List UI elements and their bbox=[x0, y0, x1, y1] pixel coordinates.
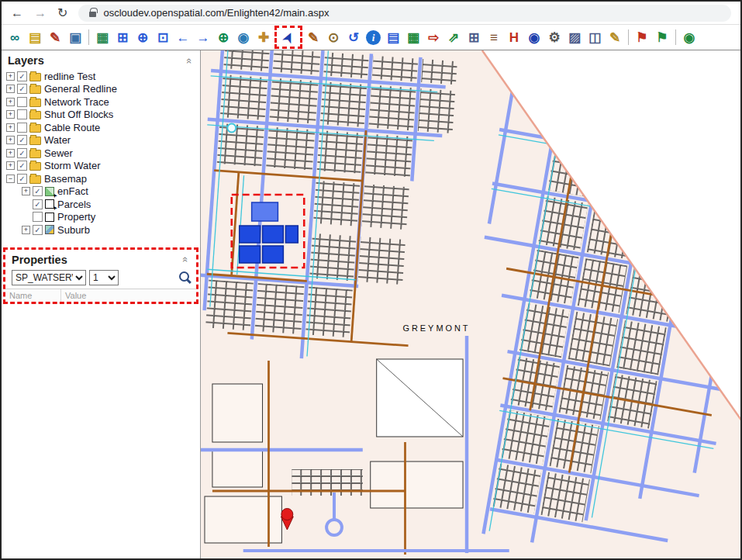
expand-toggle[interactable]: + bbox=[6, 136, 15, 144]
layer-row: +✓enFact bbox=[6, 185, 200, 199]
expand-toggle[interactable]: + bbox=[6, 161, 15, 170]
zoom-box-icon-glyph: ⊡ bbox=[157, 31, 168, 44]
expand-toggle[interactable]: + bbox=[6, 123, 15, 132]
pan-icon[interactable]: ✚ bbox=[254, 28, 273, 47]
properties-highlight-box: Properties « SP_WATSERV 1 Name Value bbox=[3, 247, 198, 304]
expand-toggle[interactable]: + bbox=[6, 98, 15, 106]
report-icon[interactable]: ▤ bbox=[26, 28, 44, 47]
forward-icon[interactable]: → bbox=[34, 7, 47, 19]
zoom-xy-icon[interactable]: ⊞ bbox=[113, 28, 132, 47]
zoom-in-icon[interactable]: ⊕ bbox=[133, 28, 152, 47]
tiles-icon-glyph: ⊞ bbox=[468, 31, 479, 44]
expand-toggle[interactable]: + bbox=[6, 72, 15, 81]
measure-icon[interactable]: ✎ bbox=[304, 28, 323, 47]
expand-toggle[interactable]: + bbox=[22, 226, 30, 234]
expand-toggle[interactable]: + bbox=[6, 85, 15, 93]
zoom-previous-icon[interactable]: ← bbox=[174, 28, 192, 47]
layer-checkbox[interactable]: ✓ bbox=[33, 225, 43, 235]
map-viewport[interactable]: GREYMONT bbox=[201, 50, 740, 558]
refresh-icon[interactable]: ↻ bbox=[57, 7, 67, 19]
field-select[interactable]: SP_WATSERV bbox=[12, 270, 86, 285]
zoom-next-icon[interactable]: → bbox=[194, 28, 212, 47]
layer-checkbox[interactable]: ✓ bbox=[33, 186, 43, 196]
layer-label[interactable]: Sewer bbox=[44, 147, 73, 159]
layer-row: +✓Sewer bbox=[6, 147, 200, 160]
chart-report-icon[interactable]: ▦ bbox=[93, 28, 112, 47]
expand-toggle[interactable]: + bbox=[22, 187, 30, 195]
dimension-icon[interactable]: ◫ bbox=[585, 28, 604, 47]
locate-icon[interactable]: ◉ bbox=[680, 28, 699, 47]
layer-label[interactable]: General Redline bbox=[44, 83, 117, 95]
copy-page-icon[interactable]: ▣ bbox=[66, 28, 85, 47]
gears-icon[interactable]: ⚙ bbox=[545, 28, 564, 47]
back-icon[interactable]: ← bbox=[11, 7, 23, 19]
export-red-icon[interactable]: ⇨ bbox=[424, 28, 443, 47]
layer-checkbox[interactable]: ✓ bbox=[17, 174, 27, 184]
layer-label[interactable]: Network Trace bbox=[44, 96, 109, 108]
expand-toggle[interactable]: + bbox=[6, 149, 15, 157]
table-icon[interactable]: ▦ bbox=[404, 28, 423, 47]
select-arrow-icon[interactable]: ➤ bbox=[279, 28, 298, 47]
find-glasses-icon-glyph: ∞ bbox=[10, 31, 19, 44]
layer-checkbox[interactable] bbox=[17, 97, 27, 107]
property-search-icon[interactable] bbox=[178, 271, 192, 285]
hydrant-icon[interactable]: H bbox=[505, 28, 523, 47]
expander-spacer bbox=[22, 200, 30, 209]
sketch-icon-glyph: ✎ bbox=[609, 31, 620, 44]
layer-checkbox[interactable]: ✓ bbox=[17, 84, 27, 94]
layer-label[interactable]: Shut Off Blocks bbox=[44, 109, 113, 120]
document-icon[interactable]: ▤ bbox=[384, 28, 402, 47]
globe-icon[interactable]: ◉ bbox=[234, 28, 253, 47]
layer-label[interactable]: Parcels bbox=[57, 199, 91, 210]
layer-label[interactable]: Suburb bbox=[57, 224, 90, 236]
url-text[interactable]: oscloudev.openspatial.com/Enlighten42/ma… bbox=[103, 7, 329, 19]
layer-checkbox[interactable] bbox=[33, 212, 43, 222]
toolbar-divider bbox=[88, 29, 89, 45]
collapse-toggle[interactable]: − bbox=[6, 175, 15, 183]
count-select[interactable]: 1 bbox=[89, 270, 119, 285]
layer-checkbox[interactable]: ✓ bbox=[17, 71, 27, 81]
layer-checkbox[interactable] bbox=[17, 123, 27, 133]
refresh-icon-glyph: ↺ bbox=[348, 31, 359, 44]
layers-icon[interactable]: ≡ bbox=[485, 28, 503, 47]
layer-label[interactable]: Property bbox=[57, 211, 95, 223]
collapse-layers-icon[interactable]: « bbox=[185, 57, 195, 63]
zoom-box-icon[interactable]: ⊡ bbox=[154, 28, 172, 47]
layer-label[interactable]: Basemap bbox=[44, 173, 87, 185]
water-feature-icon bbox=[227, 124, 236, 133]
layer-checkbox[interactable]: ✓ bbox=[17, 161, 27, 171]
redline-flag-icon[interactable]: ⚑ bbox=[633, 28, 651, 47]
refresh-icon[interactable]: ↺ bbox=[344, 28, 363, 47]
layer-row: −✓Basemap bbox=[6, 172, 200, 185]
expand-toggle[interactable]: + bbox=[6, 110, 15, 119]
tiles-icon[interactable]: ⊞ bbox=[464, 28, 483, 47]
identify-icon[interactable]: ⊙ bbox=[324, 28, 343, 47]
properties-panel-title: Properties bbox=[12, 254, 67, 266]
layer-checkbox[interactable]: ✓ bbox=[17, 148, 27, 158]
find-glasses-icon[interactable]: ∞ bbox=[5, 28, 24, 47]
layer-label[interactable]: redline Test bbox=[44, 71, 95, 82]
browser-window: ← → ↻ oscloudev.openspatial.com/Enlighte… bbox=[0, 0, 742, 560]
cul-de-sac bbox=[326, 520, 342, 535]
hatch-area-icon[interactable]: ▨ bbox=[565, 28, 584, 47]
layer-row: +Cable Route bbox=[6, 121, 200, 134]
collapse-properties-icon[interactable]: « bbox=[181, 257, 191, 262]
layer-checkbox[interactable]: ✓ bbox=[33, 199, 43, 209]
valve-icon[interactable]: ◉ bbox=[525, 28, 544, 47]
layer-row: +Network Trace bbox=[6, 95, 200, 109]
layer-checkbox[interactable] bbox=[17, 109, 27, 119]
info-icon[interactable]: i bbox=[366, 30, 381, 45]
layer-label[interactable]: Water bbox=[44, 134, 71, 146]
address-bar[interactable]: oscloudev.openspatial.com/Enlighten42/ma… bbox=[78, 5, 731, 22]
toolbar: ∞▤✎▣▦⊞⊕⊡←→⊕◉✚➤✎⊙↺i▤▦⇨⇗⊞≡H◉⚙▨◫✎⚑⚑◉ bbox=[2, 25, 740, 50]
layer-checkbox[interactable]: ✓ bbox=[17, 135, 27, 145]
layer-label[interactable]: Storm Water bbox=[44, 160, 100, 171]
zoom-extent-icon[interactable]: ⊕ bbox=[214, 28, 233, 47]
greenline-flag-icon[interactable]: ⚑ bbox=[653, 28, 671, 47]
layer-label[interactable]: Cable Route bbox=[44, 122, 100, 133]
sketch-icon[interactable]: ✎ bbox=[606, 28, 624, 47]
export-green-icon[interactable]: ⇗ bbox=[444, 28, 463, 47]
edit-report-icon[interactable]: ✎ bbox=[46, 28, 64, 47]
layer-label[interactable]: enFact bbox=[57, 185, 88, 197]
map-canvas[interactable]: GREYMONT bbox=[201, 50, 740, 558]
